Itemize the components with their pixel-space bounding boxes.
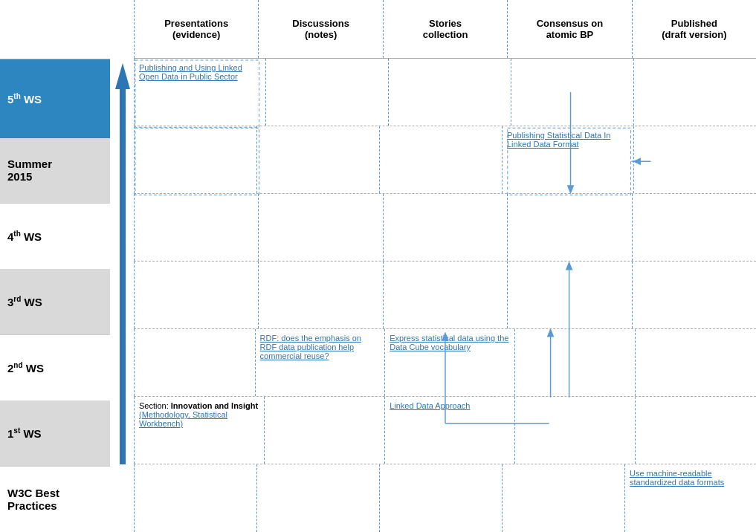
cell-ws4-discussions: [258, 194, 382, 261]
cell-summer-consensus: Publishing Statistical Data In Linked Da…: [502, 126, 633, 193]
header-presentations: Presentations(evidence): [134, 0, 258, 58]
row-w3c: Use machine-readable standardized data f…: [134, 464, 756, 532]
cell-summer-presentations: [134, 126, 256, 193]
cell-w3c-consensus: [502, 464, 624, 532]
row-label-ws1: 1st WS: [0, 400, 110, 466]
cell-summer-discussions: [256, 126, 379, 193]
cell-ws1-presentations: Section: Innovation and Insight (Methodo…: [134, 397, 264, 464]
cell-ws5-consensus: [511, 59, 633, 126]
row-summer: Publishing Statistical Data In Linked Da…: [134, 126, 756, 194]
cell-summer-stories: [379, 126, 502, 193]
cell-ws5-discussions: [265, 59, 388, 126]
link-ws2-rdf[interactable]: RDF: does the emphasis on RDF data publi…: [260, 334, 361, 360]
cell-ws3-presentations: [134, 262, 258, 328]
cell-ws2-discussions: RDF: does the emphasis on RDF data publi…: [255, 329, 385, 396]
cell-ws5-published: [633, 59, 756, 126]
link-ws1-methodology[interactable]: (Methodology, Statistical Workbench): [139, 410, 227, 428]
row-ws2: RDF: does the emphasis on RDF data publi…: [134, 329, 756, 397]
cell-ws4-presentations: [134, 194, 258, 261]
cell-ws1-discussions: [264, 397, 385, 464]
header-row: Presentations(evidence) Discussions(note…: [134, 0, 756, 59]
row-ws3: [134, 262, 756, 329]
main-container: 5th WS Summer2015 4th WS 3rd WS 2nd WS 1…: [0, 0, 756, 532]
header-discussions: Discussions(notes): [258, 0, 382, 58]
cell-w3c-published: Use machine-readable standardized data f…: [624, 464, 756, 532]
header-consensus: Consensus onatomic BP: [507, 0, 631, 58]
row-ws5: Publishing and Using Linked Open Data in…: [134, 59, 756, 126]
header-stories: Storiescollection: [383, 0, 507, 58]
cell-ws5-stories: [388, 59, 511, 126]
row-label-ws4: 4th WS: [0, 203, 110, 269]
row-label-ws3: 3rd WS: [0, 269, 110, 334]
arrow-column: [110, 0, 134, 532]
cell-summer-published: [633, 126, 756, 193]
cell-ws2-published: [635, 329, 756, 396]
cell-ws3-discussions: [258, 262, 382, 328]
upward-arrow-icon: [113, 63, 131, 472]
cell-ws3-consensus: [507, 262, 631, 328]
row-ws4: [134, 194, 756, 262]
cell-ws2-presentations: [134, 329, 255, 396]
cell-ws2-consensus: [514, 329, 636, 396]
cell-ws1-consensus: [514, 397, 636, 464]
cell-ws5-presentations: Publishing and Using Linked Open Data in…: [134, 59, 265, 126]
cell-ws4-published: [632, 194, 756, 261]
link-summer-publishing-statistical[interactable]: Publishing Statistical Data In Linked Da…: [507, 131, 610, 149]
row-label-w3c: W3C BestPractices: [0, 466, 110, 532]
svg-rect-0: [120, 85, 126, 464]
row-ws1: Section: Innovation and Insight (Methodo…: [134, 397, 756, 464]
cell-ws4-consensus: [507, 194, 631, 261]
svg-marker-1: [115, 63, 130, 89]
link-ws5-publishing[interactable]: Publishing and Using Linked Open Data in…: [139, 63, 242, 81]
grid: Presentations(evidence) Discussions(note…: [134, 0, 756, 532]
row-label-summer: Summer2015: [0, 138, 110, 204]
cell-ws2-stories: Express statistical data using the Data …: [384, 329, 514, 396]
cell-ws1-published: [635, 397, 756, 464]
row-labels: 5th WS Summer2015 4th WS 3rd WS 2nd WS 1…: [0, 0, 110, 532]
header-published: Published(draft version): [632, 0, 756, 58]
cell-ws4-stories: [383, 194, 507, 261]
link-w3c-machine-readable[interactable]: Use machine-readable standardized data f…: [630, 469, 724, 487]
row-label-ws2: 2nd WS: [0, 334, 110, 400]
link-ws2-express[interactable]: Express statistical data using the Data …: [390, 334, 508, 351]
content-area: Publishing and Using Linked Open Data in…: [134, 59, 756, 532]
cell-ws3-stories: [383, 262, 507, 328]
row-label-ws5: 5th WS: [0, 59, 110, 138]
cell-w3c-stories: [379, 464, 502, 532]
cell-w3c-presentations: [134, 464, 256, 532]
cell-w3c-discussions: [256, 464, 379, 532]
link-ws1-linked-data[interactable]: Linked Data Approach: [390, 401, 470, 410]
cell-ws1-stories: Linked Data Approach: [384, 397, 514, 464]
cell-ws3-published: [632, 262, 756, 328]
ws1-section-text: Section: Innovation and Insight: [139, 401, 258, 410]
